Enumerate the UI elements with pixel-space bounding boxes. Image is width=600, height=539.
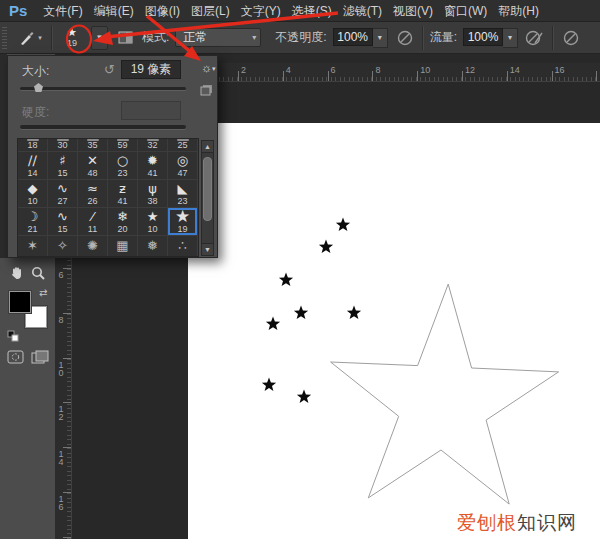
- brush-preset-cell[interactable]: ✹41: [138, 152, 168, 180]
- painted-star: [347, 306, 361, 320]
- menu-item-4[interactable]: 文字(Y): [241, 4, 281, 18]
- brush-preset-cell[interactable]: ♯15: [48, 152, 78, 180]
- brush-preset-cell[interactable]: 18: [18, 139, 48, 152]
- brush-preset-cell[interactable]: ❄20: [108, 208, 138, 236]
- size-slider[interactable]: [20, 87, 186, 90]
- document-canvas[interactable]: [188, 123, 600, 539]
- brush-preset-picker-arrow[interactable]: ▼: [91, 26, 108, 50]
- brush-size-number: 38: [147, 196, 157, 207]
- menu-item-2[interactable]: 图像(I): [145, 4, 180, 18]
- brush-size-number: 10: [27, 196, 37, 207]
- brush-size-number: 35: [87, 140, 97, 151]
- blend-mode-select[interactable]: 正常 ▾: [175, 28, 261, 47]
- ruler-tick: [63, 313, 71, 314]
- watermark: 爱刨根知识网: [457, 510, 577, 536]
- brush-tip-icon: ◣: [178, 182, 188, 196]
- chevron-down-icon: ▾: [246, 33, 256, 42]
- brush-size-number: 41: [117, 196, 127, 207]
- brush-tip-icon: ✺: [87, 239, 98, 253]
- toggle-brush-panel-button[interactable]: [114, 28, 136, 48]
- new-preset-button[interactable]: [200, 84, 213, 96]
- panel-menu-gear-icon[interactable]: ☼: [201, 62, 212, 74]
- ruler-number: 12: [57, 405, 65, 421]
- tablet-pressure-size-button[interactable]: [560, 28, 582, 48]
- brush-preset-cell[interactable]: ≈26: [78, 180, 108, 208]
- brush-size-number: 27: [57, 196, 67, 207]
- brush-preset-cell[interactable]: ▦: [108, 236, 138, 257]
- options-bar-grip[interactable]: [2, 27, 7, 49]
- brush-preset-cell[interactable]: ◎47: [168, 152, 198, 180]
- size-slider-thumb[interactable]: [34, 83, 43, 92]
- brush-preset-cell-selected[interactable]: ★19: [168, 208, 198, 236]
- brush-preset-cell[interactable]: ∿15: [48, 208, 78, 236]
- flow-input[interactable]: 100%: [463, 28, 503, 46]
- brush-preset-cell[interactable]: 35: [78, 139, 108, 152]
- screen-mode-button[interactable]: [31, 350, 49, 365]
- ruler-tick: [63, 492, 71, 493]
- brush-preset-cell[interactable]: ∴: [168, 236, 198, 257]
- foreground-color-swatch[interactable]: [9, 291, 31, 313]
- default-colors-button[interactable]: [7, 330, 19, 342]
- star-path-outline: [331, 284, 559, 504]
- brush-preset-cell[interactable]: ⁄11: [78, 208, 108, 236]
- menu-item-8[interactable]: 窗口(W): [444, 4, 487, 18]
- size-value-field[interactable]: 19 像素: [121, 60, 181, 79]
- clipped-brush-icon: [27, 139, 39, 141]
- brush-preset-cell[interactable]: 59: [108, 139, 138, 152]
- hardness-slider: [20, 125, 186, 129]
- opacity-input[interactable]: 100%: [333, 28, 373, 46]
- brush-preset-cell[interactable]: ○23: [108, 152, 138, 180]
- chevron-down-icon: ▾: [38, 34, 42, 42]
- brush-tip-icon: ✧: [57, 239, 68, 253]
- brush-preset-cell[interactable]: ∕∕14: [18, 152, 48, 180]
- brush-preset-cell[interactable]: 30: [48, 139, 78, 152]
- brush-size-number: 11: [88, 224, 97, 235]
- clipped-brush-icon: [57, 139, 69, 141]
- magnifier-icon: [30, 265, 46, 281]
- opacity-dropdown-arrow[interactable]: ▾: [373, 28, 388, 48]
- reset-size-icon[interactable]: ↺: [104, 63, 115, 76]
- zoom-tool-button[interactable]: [30, 265, 46, 281]
- brush-preset-cell[interactable]: ✺: [78, 236, 108, 257]
- menu-item-7[interactable]: 视图(V): [393, 4, 433, 18]
- flow-dropdown-arrow[interactable]: ▾: [503, 28, 518, 48]
- brush-tip-icon: ✶: [27, 239, 38, 253]
- menu-item-9[interactable]: 帮助(H): [498, 4, 539, 18]
- brush-preset-cell[interactable]: ❅: [138, 236, 168, 257]
- brush-preset-cell[interactable]: ◣23: [168, 180, 198, 208]
- brush-tool-button[interactable]: ▾: [15, 25, 45, 51]
- brush-preset-cell[interactable]: 25: [168, 139, 198, 152]
- ruler-number: 10: [57, 361, 65, 377]
- scroll-down-button[interactable]: ▼: [201, 243, 214, 256]
- brush-tip-icon: ○: [117, 154, 128, 168]
- pen-pressure-icon: [562, 29, 580, 47]
- brush-preset-cell[interactable]: ☽21: [18, 208, 48, 236]
- brush-preset-cell[interactable]: ƶ41: [108, 180, 138, 208]
- hand-tool-button[interactable]: [9, 265, 25, 281]
- brush-preset-cell[interactable]: ★10: [138, 208, 168, 236]
- brush-preset-cell[interactable]: ✕48: [78, 152, 108, 180]
- brush-preset-cell[interactable]: ✶: [18, 236, 48, 257]
- tablet-pressure-opacity-button[interactable]: [394, 28, 416, 48]
- swap-colors-button[interactable]: ⇄: [39, 287, 47, 298]
- brush-tip-icon: ▦: [116, 239, 128, 253]
- menu-item-3[interactable]: 图层(L): [191, 4, 230, 18]
- menu-item-5[interactable]: 选择(S): [292, 4, 332, 18]
- brush-size-number: 59: [117, 140, 127, 151]
- brush-preset-preview[interactable]: ★ 19: [59, 24, 85, 52]
- hand-icon: [9, 265, 25, 281]
- brush-preset-cell[interactable]: ψ38: [138, 180, 168, 208]
- brush-preset-cell[interactable]: ∿27: [48, 180, 78, 208]
- airbrush-toggle-button[interactable]: [524, 28, 546, 48]
- menu-item-1[interactable]: 编辑(E): [94, 4, 134, 18]
- brush-preset-cell[interactable]: ✧: [48, 236, 78, 257]
- quick-mask-button[interactable]: [7, 350, 24, 364]
- scrollbar-thumb[interactable]: [203, 157, 212, 221]
- chevron-down-icon: ▼: [96, 33, 104, 42]
- brush-tip-icon: ∕∕: [28, 154, 37, 168]
- menu-item-0[interactable]: 文件(F): [43, 4, 82, 18]
- hardness-value-field: [121, 101, 181, 120]
- brush-preset-cell[interactable]: 32: [138, 139, 168, 152]
- menu-item-6[interactable]: 滤镜(T): [343, 4, 382, 18]
- brush-preset-cell[interactable]: ◆10: [18, 180, 48, 208]
